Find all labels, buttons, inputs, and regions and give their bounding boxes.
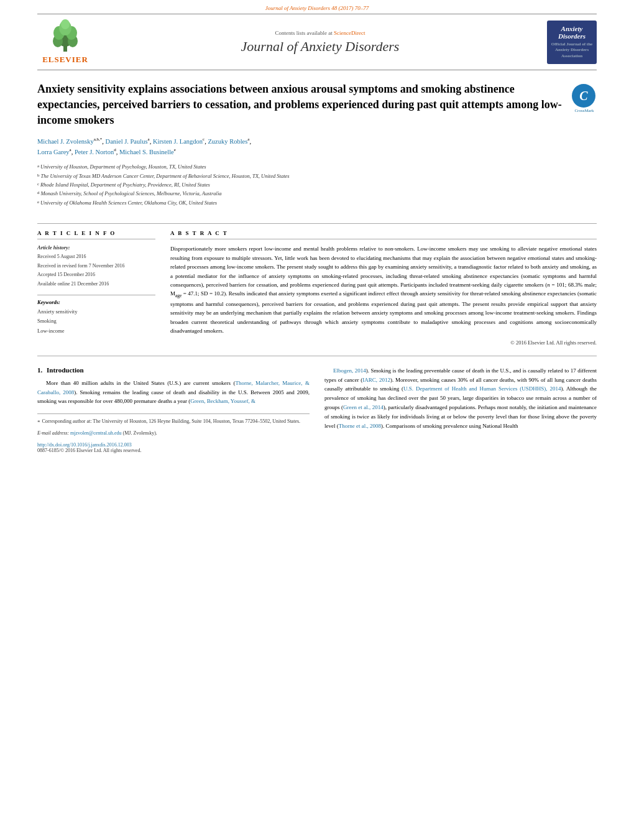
- author-robles[interactable]: Zuzuky Robles: [208, 137, 247, 144]
- footnote-text: Corresponding author at: The University …: [42, 418, 301, 426]
- author-zvolensky[interactable]: Michael J. Zvolensky: [37, 137, 94, 144]
- intro-body-left: More than 40 million adults in the Unite…: [37, 379, 310, 407]
- contents-available: Contents lists available at ScienceDirec…: [93, 30, 547, 36]
- article-title-section: Anxiety sensitivity explains association…: [37, 81, 597, 215]
- copyright-line: © 2016 Elsevier Ltd. All rights reserved…: [170, 339, 597, 346]
- accepted-date: Accepted 15 December 2016: [37, 270, 155, 279]
- affil-d: d Monash University, School of Psycholog…: [37, 189, 566, 198]
- logo-anxiety: Anxiety: [561, 25, 583, 32]
- affil-e: e University of Oklahoma Health Sciences…: [37, 198, 566, 207]
- article-info-col: A R T I C L E I N F O Article history: R…: [37, 230, 155, 345]
- footnote-star: *: [37, 418, 40, 427]
- affiliations: a University of Houston, Department of P…: [37, 162, 566, 207]
- affil-c: c Rhode Island Hospital, Department of P…: [37, 180, 566, 189]
- author-businelle[interactable]: Michael S. Businelle: [119, 148, 174, 155]
- journal-ref-line: Journal of Anxiety Disorders 48 (2017) 7…: [37, 0, 597, 14]
- footnote-email: E-mail address: mjzvolen@central.uh.edu …: [37, 430, 310, 438]
- article-title-text: Anxiety sensitivity explains association…: [37, 81, 566, 215]
- received-revised-date: Received in revised form 7 November 2016: [37, 262, 155, 270]
- authors-line: Michael J. Zvolenskya,b,*, Daniel J. Pau…: [37, 136, 566, 158]
- intro-two-col: 1. Introduction More than 40 million adu…: [37, 366, 597, 454]
- available-date: Available online 21 December 2016: [37, 280, 155, 288]
- crossmark-label: CrossMark: [572, 108, 597, 113]
- crossmark-icon: C: [572, 85, 595, 107]
- intro-para-right-1: Elbogen, 2014). Smoking is the leading p…: [324, 366, 597, 431]
- header-section: ELSEVIER Contents lists available at Sci…: [37, 14, 597, 70]
- history-label: Article history:: [37, 244, 155, 251]
- svg-text:C: C: [579, 89, 588, 103]
- journal-ref-text: Journal of Anxiety Disorders 48 (2017) 7…: [265, 5, 369, 11]
- keyword-2: Smoking: [37, 316, 155, 326]
- received-date: Received 5 August 2016: [37, 252, 155, 261]
- author-langdon[interactable]: Kirsten J. Langdon: [153, 137, 203, 144]
- elsevier-tree-icon: [47, 19, 84, 53]
- doi-link[interactable]: http://dx.doi.org/10.1016/j.janxdis.2016…: [37, 442, 132, 448]
- email-link[interactable]: mjzvolen@central.uh.edu: [70, 430, 121, 436]
- logo-disorders: Disorders: [558, 32, 586, 40]
- ref-thorne[interactable]: Thorne, Malarcher, Maurice, & Caraballo,…: [37, 380, 310, 395]
- article-main-title: Anxiety sensitivity explains association…: [37, 81, 566, 129]
- ref-iarc[interactable]: IARC, 2012: [362, 377, 390, 383]
- abstract-heading: A B S T R A C T: [170, 230, 597, 239]
- article-info-heading: A R T I C L E I N F O: [37, 230, 155, 239]
- abstract-col: A B S T R A C T Disproportionately more …: [170, 230, 597, 345]
- ref-usdhhs[interactable]: U.S. Department of Health and Human Serv…: [403, 385, 561, 392]
- intro-left-col: 1. Introduction More than 40 million adu…: [37, 366, 310, 454]
- keywords-section: Keywords: Anxiety sensitivity Smoking Lo…: [37, 295, 155, 336]
- footnote-item: * Corresponding author at: The Universit…: [37, 418, 310, 427]
- crossmark-badge[interactable]: C CrossMark: [572, 84, 597, 109]
- logo-subtext: Official Journal of theAnxiety Disorders…: [551, 42, 592, 58]
- footer-doi: http://dx.doi.org/10.1016/j.janxdis.2016…: [37, 442, 310, 448]
- intro-body-right: Elbogen, 2014). Smoking is the leading p…: [324, 366, 597, 431]
- journal-title: Journal of Anxiety Disorders: [93, 39, 547, 55]
- journal-center: Contents lists available at ScienceDirec…: [93, 30, 547, 55]
- author-garey[interactable]: Lorra Garey: [37, 148, 70, 155]
- svg-point-7: [61, 19, 70, 29]
- ref-green2[interactable]: Green et al., 2014: [343, 404, 384, 410]
- crossmark-circle[interactable]: C: [572, 84, 595, 108]
- page-wrapper: Journal of Anxiety Disorders 48 (2017) 7…: [0, 0, 634, 478]
- section-divider: [37, 356, 597, 356]
- affil-a: a University of Houston, Department of P…: [37, 162, 566, 171]
- author-paulus[interactable]: Daniel J. Paulus: [106, 137, 148, 144]
- sciencedirect-link[interactable]: ScienceDirect: [334, 30, 365, 36]
- info-abstract-row: A R T I C L E I N F O Article history: R…: [37, 223, 597, 345]
- keyword-1: Anxiety sensitivity: [37, 307, 155, 316]
- footer-license: 0887-6185/© 2016 Elsevier Ltd. All right…: [37, 448, 310, 453]
- abstract-text: Disproportionately more smokers report l…: [170, 244, 597, 335]
- abstract-paragraph: Disproportionately more smokers report l…: [170, 244, 597, 335]
- intro-heading-num: 1.: [37, 366, 42, 374]
- intro-right-col: Elbogen, 2014). Smoking is the leading p…: [324, 366, 597, 454]
- ref-elbogen[interactable]: Elbogen, 2014: [333, 367, 366, 374]
- intro-heading-label: Introduction: [47, 366, 84, 374]
- keyword-3: Low-income: [37, 326, 155, 336]
- elsevier-logo: ELSEVIER: [37, 19, 93, 65]
- email-suffix: (MJ. Zvolensky).: [122, 430, 157, 436]
- elsevier-text: ELSEVIER: [42, 55, 88, 65]
- intro-heading: 1. Introduction: [37, 366, 310, 374]
- journal-logo-box: Anxiety Disorders Official Journal of th…: [547, 21, 597, 64]
- ref-green[interactable]: Green, Beckham, Youssef, &: [190, 398, 255, 404]
- ref-thorne2[interactable]: Thorne et al., 2008: [339, 423, 381, 429]
- author-norton[interactable]: Peter J. Norton: [75, 148, 114, 155]
- email-label: E-mail address:: [37, 430, 70, 436]
- keywords-label: Keywords:: [37, 299, 155, 305]
- intro-para-1: More than 40 million adults in the Unite…: [37, 379, 310, 407]
- article-history: Article history: Received 5 August 2016 …: [37, 244, 155, 288]
- affil-b: b The University of Texas MD Anderson Ca…: [37, 172, 566, 180]
- footnote-section: * Corresponding author at: The Universit…: [37, 413, 310, 437]
